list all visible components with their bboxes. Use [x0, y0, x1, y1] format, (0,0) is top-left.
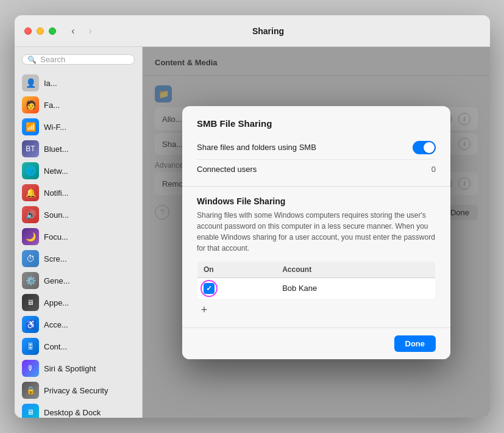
sidebar-item-label: Ia... — [44, 79, 57, 88]
modal-done-button[interactable]: Done — [394, 335, 436, 352]
sidebar-item-sound[interactable]: 🔊 Soun... — [15, 204, 142, 226]
title-bar: ‹ › Sharing — [15, 15, 490, 47]
siri-icon: 🎙 — [22, 360, 39, 377]
privacy-icon: 🔒 — [22, 382, 39, 399]
search-icon: 🔍 — [27, 55, 37, 64]
general-icon: ⚙️ — [22, 272, 39, 289]
sidebar-item-label: Scre... — [44, 254, 67, 263]
sidebar-item-label: Netw... — [44, 166, 68, 176]
control-center-icon: 🎛 — [22, 338, 39, 355]
macos-window: ‹ › Sharing 🔍 Search 👤 Ia... 🧑 Fa... 📶 W… — [15, 15, 490, 418]
accounts-table: On Account — [197, 261, 436, 299]
maximize-button[interactable] — [49, 27, 56, 35]
windows-file-sharing-section: Windows File Sharing Sharing files with … — [182, 187, 450, 328]
table-cell-checkbox[interactable] — [197, 277, 277, 299]
modal-footer: Done — [182, 328, 450, 359]
notifications-icon: 🔔 — [22, 184, 39, 201]
sidebar-item-label: Focu... — [44, 232, 68, 242]
sidebar-item-label: Notifi... — [44, 188, 68, 198]
add-account-button[interactable]: + — [197, 303, 211, 318]
sidebar-item-appearance[interactable]: 🖥 Appe... — [15, 292, 142, 313]
account-checkbox[interactable] — [204, 283, 215, 294]
main-content: Content & Media 📁 Allo... i Sha... — [143, 47, 490, 418]
sidebar-item-label: Fa... — [44, 101, 60, 110]
apple-id-icon: 👤 — [22, 74, 39, 91]
appearance-icon: 🖥 — [22, 294, 39, 311]
modal-header: SMB File Sharing Share files and folders… — [182, 106, 450, 187]
sidebar-item-label: Privacy & Security — [44, 386, 108, 395]
modal-title: SMB File Sharing — [197, 118, 436, 129]
search-placeholder: Search — [40, 55, 65, 64]
connected-users-value: 0 — [431, 165, 436, 174]
table-cell-account-name: Bob Kane — [276, 277, 435, 299]
table-header-on: On — [197, 261, 277, 277]
sidebar-item-family[interactable]: 🧑 Fa... — [15, 94, 142, 116]
minimize-button[interactable] — [37, 27, 44, 35]
sidebar-item-control-center[interactable]: 🎛 Cont... — [15, 335, 142, 357]
sidebar-item-notifications[interactable]: 🔔 Notifi... — [15, 182, 142, 204]
wifi-icon: 📶 — [22, 118, 39, 135]
screen-time-icon: ⏱ — [22, 250, 39, 267]
share-files-toggle[interactable] — [413, 141, 436, 154]
sidebar-item-label: Soun... — [44, 210, 69, 220]
sidebar-item-apple-id[interactable]: 👤 Ia... — [15, 72, 142, 94]
accessibility-icon: ♿ — [22, 316, 39, 333]
modal-dialog: SMB File Sharing Share files and folders… — [182, 106, 450, 359]
sidebar-item-privacy[interactable]: 🔒 Privacy & Security — [15, 379, 142, 401]
sidebar-item-accessibility[interactable]: ♿ Acce... — [15, 313, 142, 335]
windows-file-sharing-title: Windows File Sharing — [197, 196, 436, 206]
sidebar: 🔍 Search 👤 Ia... 🧑 Fa... 📶 Wi-F... BT Bl… — [15, 47, 143, 418]
sidebar-item-label: Desktop & Dock — [44, 408, 101, 417]
sidebar-item-label: Cont... — [44, 342, 67, 351]
sidebar-item-bluetooth[interactable]: BT Bluet... — [15, 138, 142, 160]
desktop-icon: 🖥 — [22, 404, 39, 418]
share-files-label: Share files and folders using SMB — [197, 143, 316, 152]
traffic-lights — [24, 27, 56, 35]
sidebar-item-label: Appe... — [44, 298, 69, 307]
connected-users-row: Connected users 0 — [197, 160, 436, 179]
sidebar-item-network[interactable]: 🌐 Netw... — [15, 160, 142, 182]
sidebar-item-label: Bluet... — [44, 145, 68, 154]
sidebar-item-label: Acce... — [44, 320, 68, 329]
sidebar-item-focus[interactable]: 🌙 Focu... — [15, 226, 142, 248]
sidebar-item-screen-time[interactable]: ⏱ Scre... — [15, 248, 142, 270]
window-body: 🔍 Search 👤 Ia... 🧑 Fa... 📶 Wi-F... BT Bl… — [15, 47, 490, 418]
sidebar-item-desktop[interactable]: 🖥 Desktop & Dock — [15, 401, 142, 418]
focus-icon: 🌙 — [22, 228, 39, 245]
modal-backdrop: SMB File Sharing Share files and folders… — [143, 47, 490, 418]
bluetooth-icon: BT — [22, 140, 39, 157]
window-title: Sharing — [56, 26, 480, 36]
sidebar-item-label: Siri & Spotlight — [44, 364, 96, 373]
network-icon: 🌐 — [22, 162, 39, 179]
sidebar-item-label: Gene... — [44, 276, 70, 285]
sound-icon: 🔊 — [22, 206, 39, 223]
windows-file-sharing-desc: Sharing files with some Windows computer… — [197, 210, 436, 254]
account-checkbox-wrap — [204, 283, 215, 294]
family-icon: 🧑 — [22, 96, 39, 113]
sidebar-item-label: Wi-F... — [44, 123, 66, 132]
table-header-account: Account — [276, 261, 435, 277]
sidebar-item-wifi[interactable]: 📶 Wi-F... — [15, 116, 142, 138]
sidebar-item-general[interactable]: ⚙️ Gene... — [15, 270, 142, 292]
connected-users-label: Connected users — [197, 165, 257, 174]
close-button[interactable] — [24, 27, 32, 35]
table-row: Bob Kane — [197, 277, 436, 299]
search-bar[interactable]: 🔍 Search — [22, 54, 135, 65]
share-files-row: Share files and folders using SMB — [197, 136, 436, 160]
checkbox-cell — [204, 283, 270, 294]
sidebar-item-siri[interactable]: 🎙 Siri & Spotlight — [15, 357, 142, 379]
